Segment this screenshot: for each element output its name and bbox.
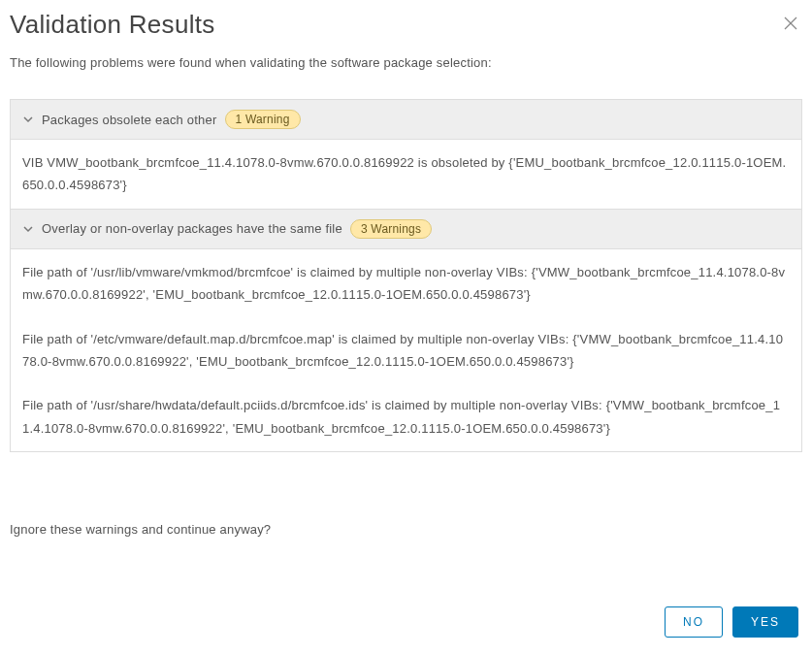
panel-header-obsolete[interactable]: Packages obsolete each other 1 Warning xyxy=(11,100,801,140)
page-title: Validation Results xyxy=(10,10,215,40)
panel-title: Overlay or non-overlay packages have the… xyxy=(42,221,342,236)
panel-body-obsolete: VIB VMW_bootbank_brcmfcoe_11.4.1078.0-8v… xyxy=(11,140,801,209)
panel-overlay: Overlay or non-overlay packages have the… xyxy=(10,210,802,452)
panel-header-overlay[interactable]: Overlay or non-overlay packages have the… xyxy=(11,210,801,249)
warning-badge: 1 Warning xyxy=(225,110,301,129)
warning-item: File path of '/etc/vmware/default.map.d/… xyxy=(22,328,790,374)
no-button[interactable]: NO xyxy=(665,606,723,638)
dialog-header: Validation Results xyxy=(10,10,802,55)
warning-item: File path of '/usr/share/hwdata/default.… xyxy=(22,394,790,440)
footer-buttons: NO YES xyxy=(665,606,798,638)
warning-badge: 3 Warnings xyxy=(350,219,432,239)
close-button[interactable] xyxy=(779,12,802,38)
warning-item: VIB VMW_bootbank_brcmfcoe_11.4.1078.0-8v… xyxy=(22,151,790,197)
warning-item: File path of '/usr/lib/vmware/vmkmod/brc… xyxy=(22,261,790,307)
close-icon xyxy=(783,16,798,31)
yes-button[interactable]: YES xyxy=(732,606,798,638)
dialog-description: The following problems were found when v… xyxy=(10,55,802,70)
chevron-down-icon xyxy=(22,223,34,235)
panel-title: Packages obsolete each other xyxy=(42,113,217,127)
chevron-down-icon xyxy=(22,114,34,125)
footer-question: Ignore these warnings and continue anywa… xyxy=(10,522,802,537)
panel-body-overlay: File path of '/usr/lib/vmware/vmkmod/brc… xyxy=(11,249,801,451)
panel-obsolete: Packages obsolete each other 1 Warning V… xyxy=(10,99,802,210)
